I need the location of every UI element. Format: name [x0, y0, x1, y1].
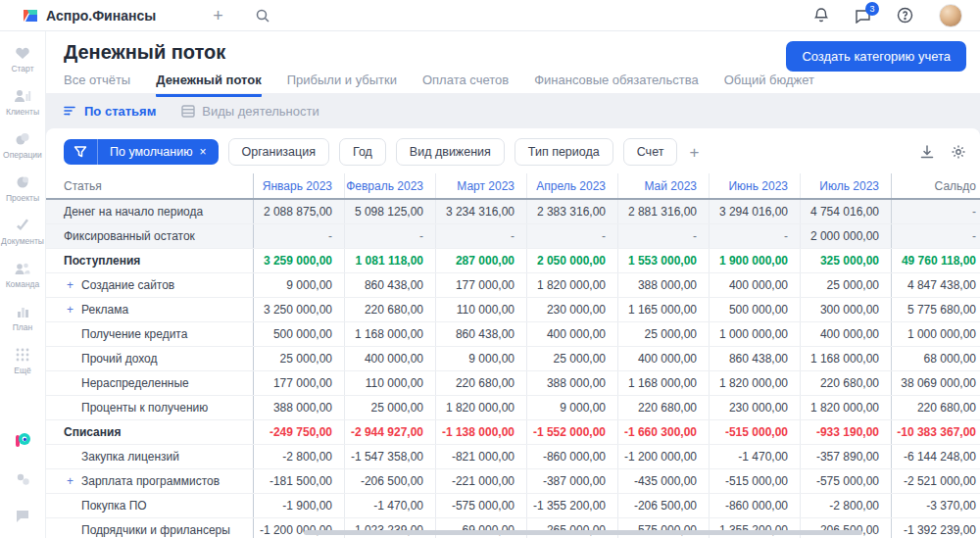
month-value-cell: -: [344, 224, 435, 248]
column-header-month-4[interactable]: Апрель 2023: [526, 173, 617, 198]
month-value-cell: -515 000,00: [709, 420, 800, 444]
month-value-cell: -1 355 200,00: [526, 494, 617, 517]
default-filter-chip[interactable]: По умолчанию ×: [64, 139, 219, 165]
table-row[interactable]: +Реклама3 250 000,00220 680,00110 000,00…: [46, 298, 980, 322]
month-value-cell: -1 023 239,00: [344, 518, 435, 538]
month-value-cell: 388 000,00: [617, 273, 709, 297]
sidebar-item-2[interactable]: Клиенты: [0, 88, 46, 117]
table-row[interactable]: Списания-249 750,00-2 944 927,00-1 138 0…: [46, 420, 980, 445]
row-label: Списания: [64, 425, 121, 439]
download-icon[interactable]: [919, 144, 935, 160]
app-logo[interactable]: Аспро.Финансы: [22, 7, 156, 24]
sidebar-item-1[interactable]: Старт: [0, 45, 46, 73]
filter-button-2[interactable]: Год: [339, 138, 386, 166]
column-header-month-5[interactable]: Май 2023: [617, 173, 709, 198]
sidebar-item-8[interactable]: Ещё: [0, 347, 46, 375]
brand-mark-icon[interactable]: [13, 430, 32, 450]
month-value-cell: -: [709, 224, 800, 248]
column-header-month-1[interactable]: Январь 2023: [253, 173, 344, 198]
table-row[interactable]: +Зарплата программистов-181 500,00-206 5…: [46, 469, 980, 494]
month-value-cell: 220 680,00: [800, 371, 891, 395]
filter-button-4[interactable]: Тип периода: [514, 138, 613, 166]
row-label-cell: Денег на начало периода: [46, 200, 253, 223]
sidebar-item-label: Операции: [3, 150, 42, 160]
horizontal-scrollbar[interactable]: [304, 530, 862, 535]
table-row[interactable]: Нераспределенные177 000,00110 000,00220 …: [46, 371, 980, 396]
column-header-month-7[interactable]: Июль 2023: [800, 173, 891, 198]
sidebar-item-label: Проекты: [6, 193, 39, 203]
month-value-cell: 25 000,00: [253, 347, 344, 370]
sidebar-item-3[interactable]: Операции: [0, 131, 46, 160]
month-value-cell: -2 800,00: [800, 494, 891, 517]
table-row[interactable]: Проценты к получению388 000,0025 000,001…: [46, 396, 980, 420]
month-value-cell: -821 000,00: [435, 445, 526, 468]
column-header-month-3[interactable]: Март 2023: [435, 173, 526, 198]
month-value-cell: 177 000,00: [253, 371, 344, 395]
tab-6[interactable]: Общий бюджет: [724, 73, 814, 97]
expand-row-icon[interactable]: +: [67, 278, 80, 292]
month-value-cell: -69 000,00: [435, 518, 526, 538]
month-value-cell: -575 000,00: [435, 494, 526, 517]
expand-row-icon[interactable]: +: [67, 303, 80, 317]
row-label-cell: Подрядчики и фрилансеры: [46, 518, 253, 538]
tab-3[interactable]: Прибыли и убытки: [287, 73, 397, 97]
saldo-value-cell: -6 144 248,00: [891, 445, 980, 468]
table-row[interactable]: Покупка ПО-1 900,00-1 470,00-575 000,00-…: [46, 494, 980, 518]
support-icon[interactable]: [15, 510, 31, 524]
table-row[interactable]: +Создание сайтов9 000,00860 438,00177 00…: [46, 273, 980, 298]
month-value-cell: 1 820 000,00: [800, 396, 891, 419]
column-header-month-2[interactable]: Февраль 2023: [344, 173, 435, 198]
tab-1[interactable]: Все отчёты: [64, 73, 130, 97]
view-toggle-2[interactable]: Виды деятельности: [181, 104, 318, 119]
saldo-value-cell: -1 392 239,00: [891, 518, 980, 538]
month-value-cell: 230 000,00: [709, 396, 800, 419]
table-row[interactable]: Поступления3 259 000,001 081 118,00287 0…: [46, 249, 980, 273]
month-value-cell: -1 900,00: [253, 494, 344, 517]
table-row[interactable]: Прочий доход25 000,00400 000,009 000,002…: [46, 347, 980, 371]
month-value-cell: 4 754 016,00: [800, 200, 891, 223]
filter-chip-close-icon[interactable]: ×: [200, 145, 207, 159]
team-icon: [14, 261, 31, 276]
create-category-button[interactable]: Создать категорию учета: [786, 41, 966, 72]
table-row[interactable]: Закупка лицензий-2 800,00-1 547 358,00-8…: [46, 445, 980, 469]
saldo-value-cell: -: [891, 200, 980, 223]
main-area: Денежный поток Все отчётыДенежный потокП…: [46, 31, 980, 538]
saldo-value-cell: -: [891, 224, 980, 248]
filter-button-1[interactable]: Организация: [228, 138, 329, 166]
search-icon[interactable]: [255, 8, 270, 24]
sidebar-item-7[interactable]: План: [0, 304, 46, 332]
month-value-cell: 500 000,00: [709, 298, 800, 321]
table-settings-gear-icon[interactable]: [951, 144, 966, 160]
tab-5[interactable]: Финансовые обязательства: [534, 73, 698, 97]
integrations-icon[interactable]: [15, 471, 31, 488]
global-add-icon[interactable]: +: [213, 7, 223, 24]
row-label: Нераспределенные: [81, 376, 189, 390]
tab-2[interactable]: Денежный поток: [156, 73, 261, 97]
add-filter-icon[interactable]: +: [689, 144, 699, 161]
month-value-cell: 2 383 316,00: [526, 200, 617, 223]
saldo-value-cell: 220 680,00: [891, 396, 980, 419]
notifications-bell-icon[interactable]: [813, 7, 829, 24]
month-value-cell: -2 944 927,00: [344, 420, 435, 444]
month-value-cell: 9 000,00: [526, 396, 617, 419]
sidebar-item-5[interactable]: Документы: [0, 218, 46, 246]
table-row[interactable]: Денег на начало периода2 088 875,005 098…: [46, 200, 980, 224]
filter-button-5[interactable]: Счет: [623, 138, 678, 166]
clients-icon: [14, 88, 31, 104]
messages-icon[interactable]: 3: [855, 8, 871, 24]
help-icon[interactable]: [897, 7, 913, 24]
table-row[interactable]: Подрядчики и фрилансеры-1 200 000,00-1 0…: [46, 518, 980, 538]
table-row[interactable]: Фиксированный остаток------2 000 000,00-: [46, 224, 980, 249]
table-header-row: Статья Январь 2023Февраль 2023Март 2023А…: [46, 173, 980, 200]
filter-button-3[interactable]: Вид движения: [396, 138, 505, 166]
user-avatar[interactable]: [939, 4, 962, 27]
sidebar-item-6[interactable]: Команда: [0, 261, 46, 289]
view-toggle-1[interactable]: По статьям: [64, 104, 156, 119]
funnel-icon[interactable]: [64, 139, 98, 165]
sidebar-item-4[interactable]: Проекты: [0, 174, 46, 203]
month-value-cell: 400 000,00: [617, 347, 709, 370]
tab-4[interactable]: Оплата счетов: [422, 73, 509, 97]
table-row[interactable]: Получение кредита500 000,001 168 000,008…: [46, 322, 980, 347]
expand-row-icon[interactable]: +: [67, 474, 80, 488]
column-header-month-6[interactable]: Июнь 2023: [709, 173, 800, 198]
